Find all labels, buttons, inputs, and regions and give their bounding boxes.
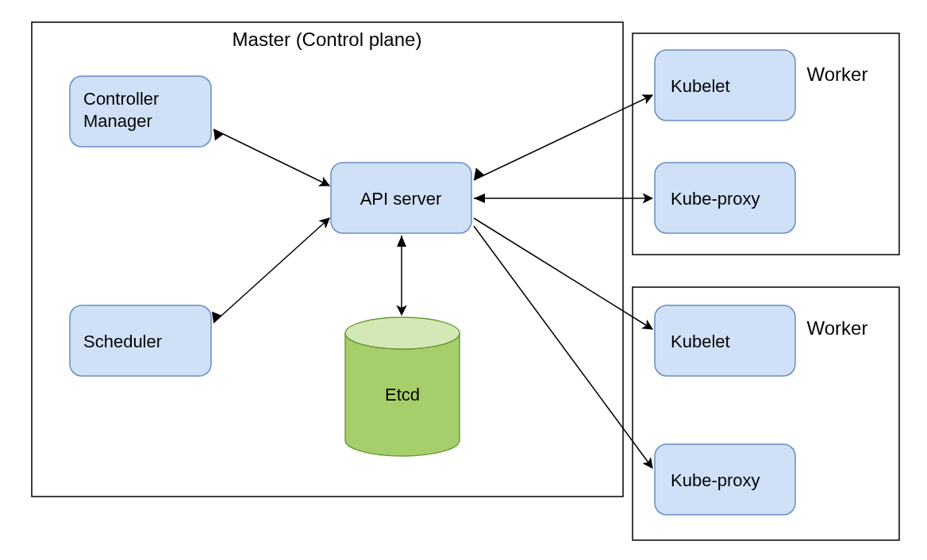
api-server-label: API server [360,189,442,209]
scheduler-label: Scheduler [83,332,162,351]
svg-point-0 [345,317,460,349]
etcd-label: Etcd [385,385,420,405]
worker1-title: Worker [807,63,868,85]
worker2-kubelet-label: Kubelet [671,332,730,351]
worker1-kubelet-label: Kubelet [671,76,730,96]
master-title: Master (Control plane) [233,29,422,50]
worker2-title: Worker [807,317,868,339]
worker2-kubeproxy-label: Kube-proxy [671,470,760,490]
worker1-kubeproxy-label: Kube-proxy [671,189,760,209]
